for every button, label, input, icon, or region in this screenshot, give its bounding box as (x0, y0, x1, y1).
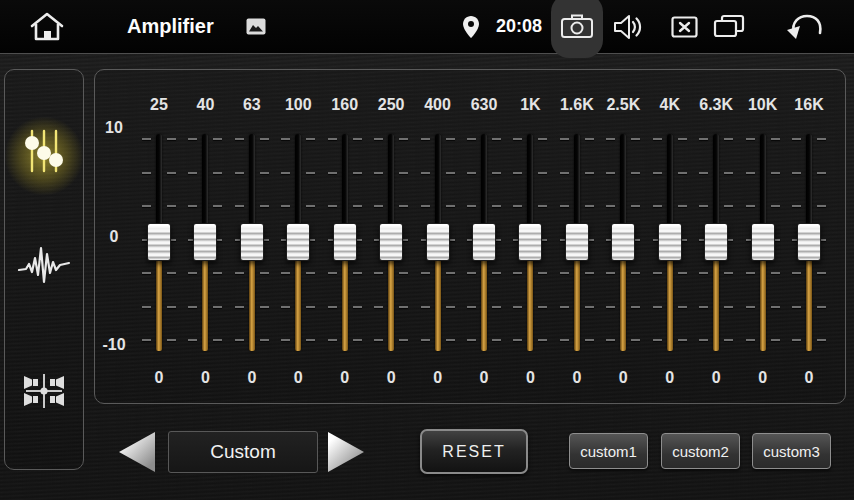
band-slider-thumb[interactable] (286, 223, 310, 261)
volume-button[interactable] (613, 13, 645, 41)
tick-mark (167, 205, 176, 207)
amplifier-screen: Amplifier 20:08 (0, 0, 854, 500)
tick-mark (399, 172, 408, 174)
tick-mark (167, 339, 176, 341)
tick-mark (306, 205, 315, 207)
tick-mark (374, 306, 383, 308)
band-slider-thumb[interactable] (518, 223, 542, 261)
tick-mark (421, 272, 430, 274)
close-window-icon (671, 16, 698, 38)
tick-mark (631, 306, 640, 308)
reset-button[interactable]: RESET (420, 429, 528, 474)
tick-mark (653, 339, 662, 341)
back-button[interactable] (786, 13, 826, 40)
tick-mark (421, 339, 430, 341)
sidebar-item-balance-fader[interactable] (5, 368, 83, 414)
tick-mark (235, 339, 244, 341)
tick-mark (513, 272, 522, 274)
tick-mark (724, 306, 733, 308)
recent-apps-button[interactable] (712, 14, 746, 39)
tick-mark (446, 339, 455, 341)
tick-mark (188, 138, 197, 140)
clock[interactable]: 20:08 (496, 0, 542, 53)
band-slider-thumb[interactable] (426, 223, 450, 261)
tick-mark (560, 272, 569, 274)
tick-mark (446, 306, 455, 308)
eq-band-4K: 4K0 (647, 70, 693, 403)
tick-mark (421, 205, 430, 207)
tick-mark (746, 138, 755, 140)
preset-prev-button[interactable] (119, 432, 155, 472)
tick-mark (585, 339, 594, 341)
tick-mark (699, 205, 708, 207)
tick-mark (281, 306, 290, 308)
home-button[interactable] (28, 11, 66, 43)
tick-mark (306, 306, 315, 308)
band-slider-thumb[interactable] (797, 223, 821, 261)
tick-mark (167, 306, 176, 308)
band-value-label: 0 (554, 369, 600, 387)
tick-mark (538, 205, 547, 207)
band-slider-thumb[interactable] (565, 223, 589, 261)
sidebar-item-sound-effect[interactable] (5, 242, 83, 288)
eq-band-100: 1000 (275, 70, 321, 403)
camera-button[interactable] (551, 0, 603, 58)
band-frequency-label: 16K (780, 96, 838, 114)
band-value-label: 0 (740, 369, 786, 387)
tick-mark (421, 138, 430, 140)
wallpaper-button[interactable] (246, 18, 266, 35)
tick-mark (653, 306, 662, 308)
tick-mark (142, 306, 151, 308)
eq-band-1.6K: 1.6K0 (554, 70, 600, 403)
tick-mark (353, 339, 362, 341)
tick-mark (213, 172, 222, 174)
tick-mark (235, 205, 244, 207)
preset-display[interactable]: Custom (168, 431, 318, 473)
custom3-button[interactable]: custom3 (752, 433, 831, 469)
tick-mark (467, 205, 476, 207)
tick-mark (467, 172, 476, 174)
band-slider-thumb[interactable] (147, 223, 171, 261)
tick-mark (328, 205, 337, 207)
tick-mark (746, 205, 755, 207)
eq-panel: 10 0 -10 250400630100016002500400063001K… (94, 69, 846, 404)
tick-mark (421, 172, 430, 174)
tick-mark (585, 172, 594, 174)
tick-mark (746, 339, 755, 341)
band-slider-thumb[interactable] (193, 223, 217, 261)
tick-mark (167, 272, 176, 274)
tick-mark (724, 205, 733, 207)
tick-mark (560, 339, 569, 341)
custom2-button[interactable]: custom2 (661, 433, 740, 469)
band-slider-thumb[interactable] (751, 223, 775, 261)
tick-mark (792, 205, 801, 207)
band-slider-thumb[interactable] (240, 223, 264, 261)
tick-mark (374, 205, 383, 207)
tick-mark (353, 205, 362, 207)
band-slider-thumb[interactable] (472, 223, 496, 261)
tick-mark (817, 138, 826, 140)
scale-max-label: 10 (97, 119, 131, 137)
tick-mark (446, 205, 455, 207)
custom1-button[interactable]: custom1 (569, 433, 648, 469)
band-slider-thumb[interactable] (611, 223, 635, 261)
tick-mark (213, 205, 222, 207)
band-slider-thumb[interactable] (704, 223, 728, 261)
band-slider-thumb[interactable] (379, 223, 403, 261)
band-value-label: 0 (368, 369, 414, 387)
tick-mark (678, 339, 687, 341)
custom2-label: custom2 (672, 443, 729, 460)
scale-min-label: -10 (97, 336, 131, 354)
sidebar-item-equalizer[interactable] (5, 126, 83, 176)
band-slider-thumb[interactable] (333, 223, 357, 261)
tick-mark (374, 138, 383, 140)
close-app-button[interactable] (671, 16, 698, 38)
band-value-label: 0 (229, 369, 275, 387)
tick-mark (374, 339, 383, 341)
band-value-label: 0 (322, 369, 368, 387)
band-slider-thumb[interactable] (658, 223, 682, 261)
location-icon (462, 15, 480, 39)
preset-next-button[interactable] (328, 432, 364, 472)
tick-mark (606, 138, 615, 140)
tick-mark (585, 205, 594, 207)
